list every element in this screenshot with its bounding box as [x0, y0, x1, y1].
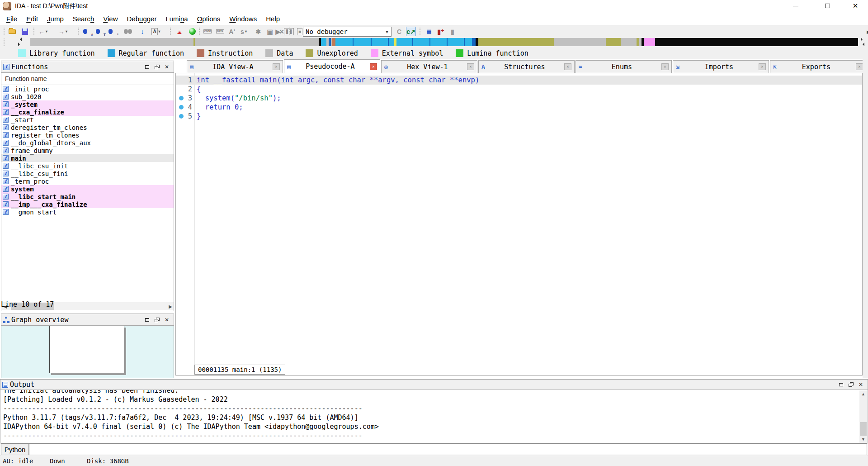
make-string-icon[interactable]: A': [227, 27, 237, 36]
tab-pseudocode-a[interactable]: ▤Pseudocode-A✕: [284, 59, 380, 73]
lumina-pull-icon[interactable]: [187, 27, 197, 36]
band-scroll-left-icon[interactable]: [861, 43, 864, 46]
toolbar-grip[interactable]: [33, 28, 35, 35]
function-row-__gmon_start__[interactable]: f__gmon_start__: [1, 208, 174, 216]
toolbar-overflow-icon[interactable]: ▸: [863, 27, 868, 36]
menu-lumina[interactable]: Lumina: [161, 14, 192, 24]
band-scroll-right-icon[interactable]: [861, 38, 864, 41]
function-row-_system[interactable]: f_system: [1, 100, 174, 108]
make-data-icon[interactable]: DATA: [215, 27, 225, 36]
tab-hex-view-1[interactable]: ◎Hex View-1✕: [381, 60, 477, 73]
debug-pause-icon[interactable]: ❚❚: [284, 27, 294, 36]
function-row-__libc_csu_init[interactable]: f__libc_csu_init: [1, 162, 174, 170]
panel-close-button[interactable]: ✕: [162, 62, 172, 71]
scroll-up-icon[interactable]: ▲: [859, 392, 867, 396]
band-scroll-left-icon[interactable]: [18, 38, 22, 41]
function-row-main[interactable]: fmain: [1, 154, 174, 162]
function-row-__cxa_finalize[interactable]: f__cxa_finalize: [1, 108, 174, 116]
menu-file[interactable]: File: [2, 14, 22, 24]
scroll-down-icon[interactable]: ▼: [859, 437, 867, 442]
script-file-icon[interactable]: ≣: [424, 27, 434, 36]
menu-debugger[interactable]: Debugger: [123, 14, 161, 24]
panel-close-button[interactable]: ✕: [162, 315, 172, 324]
navigate-back-icon[interactable]: ←▾: [38, 27, 48, 36]
debug-start-icon[interactable]: ▶: [273, 27, 283, 36]
panel-restore-button[interactable]: [142, 315, 152, 324]
tab-close-icon[interactable]: ✕: [856, 63, 863, 70]
menu-help[interactable]: Help: [261, 14, 284, 24]
tab-close-icon[interactable]: ✕: [273, 63, 280, 70]
pseudocode-view[interactable]: 1int __fastcall main(int argc, const cha…: [175, 73, 863, 376]
tab-close-icon[interactable]: ✕: [759, 63, 766, 70]
function-row-system[interactable]: fsystem: [1, 185, 174, 193]
tab-exports[interactable]: ⇱Exports✕: [770, 60, 866, 73]
function-row-_init_proc[interactable]: f_init_proc: [1, 85, 174, 93]
breakpoint-icon[interactable]: ▮: [448, 27, 458, 36]
function-row-_start[interactable]: f_start: [1, 116, 174, 124]
toolbar-grip[interactable]: [4, 28, 5, 35]
function-row-__do_global_dtors_aux[interactable]: f__do_global_dtors_aux: [1, 139, 174, 147]
panel-restore-button[interactable]: [142, 62, 152, 71]
panel-float-button[interactable]: [152, 62, 162, 71]
function-row-__libc_start_main[interactable]: f__libc_start_main: [1, 193, 174, 200]
output-log[interactable]: The initial autoanalysis has been finish…: [0, 390, 868, 443]
make-code-icon[interactable]: CODE: [203, 27, 212, 36]
jump-function-icon[interactable]: ꜟ: [108, 27, 118, 36]
debugger-select[interactable]: No debugger ▾: [303, 27, 392, 37]
jump-name-icon[interactable]: T: [95, 27, 105, 36]
menu-edit[interactable]: Edit: [22, 14, 42, 24]
quick-debug-icon[interactable]: c↗: [406, 27, 416, 36]
close-button[interactable]: ✕: [847, 0, 863, 12]
panel-close-button[interactable]: ✕: [856, 380, 866, 389]
function-row-deregister_tm_clones[interactable]: fderegister_tm_clones: [1, 124, 174, 131]
make-array-icon[interactable]: ✱: [253, 27, 263, 36]
jump-address-icon[interactable]: #: [82, 27, 92, 36]
menu-options[interactable]: Options: [193, 14, 225, 24]
navigation-band[interactable]: [30, 38, 858, 46]
band-scroll-right-icon[interactable]: [18, 43, 22, 46]
function-row-_term_proc[interactable]: f_term_proc: [1, 177, 174, 185]
toolbar-grip[interactable]: [199, 28, 201, 35]
tab-structures[interactable]: AStructures✕: [478, 60, 575, 73]
function-row-register_tm_clones[interactable]: fregister_tm_clones: [1, 131, 174, 139]
minimize-button[interactable]: [788, 0, 804, 12]
menu-windows[interactable]: Windows: [225, 14, 261, 24]
tab-close-icon[interactable]: ✕: [661, 63, 669, 70]
tab-close-icon[interactable]: ✕: [564, 63, 571, 70]
function-row-sub_1020[interactable]: fsub_1020: [1, 93, 174, 100]
open-file-icon[interactable]: [7, 27, 17, 36]
toolbar-grip[interactable]: [420, 28, 421, 35]
output-vertical-scrollbar[interactable]: ▲ ▼: [859, 390, 867, 443]
toolbar-grip[interactable]: [78, 28, 80, 35]
make-struct-icon[interactable]: s▾: [239, 27, 249, 36]
maximize-button[interactable]: [819, 0, 835, 12]
text-search-icon[interactable]: A▾: [151, 27, 161, 36]
tab-close-icon[interactable]: ✕: [370, 63, 377, 70]
panel-float-button[interactable]: [152, 315, 162, 324]
breakpoint-add-icon[interactable]: ▮⁺: [436, 27, 446, 36]
debug-attach-icon[interactable]: C: [394, 27, 404, 36]
menu-search[interactable]: Search: [68, 14, 99, 24]
graph-viewport-rect[interactable]: [49, 326, 124, 373]
functions-column-header[interactable]: Function name: [1, 73, 174, 85]
debug-stop-icon[interactable]: ■: [295, 27, 305, 36]
scroll-right-icon[interactable]: ▶: [169, 304, 172, 309]
graph-overview-canvas[interactable]: [1, 326, 174, 378]
function-row-frame_dummy[interactable]: fframe_dummy: [1, 147, 174, 154]
python-command-input[interactable]: [29, 443, 867, 455]
search-next-icon[interactable]: ↓: [137, 27, 147, 36]
toolbar-grip[interactable]: [170, 28, 172, 35]
tab-ida-view-a[interactable]: ▤IDA View-A✕: [187, 60, 283, 73]
save-file-icon[interactable]: [20, 27, 30, 36]
scrollbar-thumb[interactable]: [860, 422, 867, 436]
function-row-__imp___cxa_finalize[interactable]: f__imp___cxa_finalize: [1, 200, 174, 208]
band-grip[interactable]: [4, 38, 5, 46]
menu-jump[interactable]: Jump: [42, 14, 68, 24]
panel-float-button[interactable]: [846, 380, 856, 389]
panel-restore-button[interactable]: [836, 380, 846, 389]
tab-close-icon[interactable]: ✕: [467, 63, 474, 70]
menu-view[interactable]: View: [99, 14, 122, 24]
tab-imports[interactable]: ⇲Imports✕: [673, 60, 769, 73]
python-prompt-button[interactable]: Python: [1, 443, 29, 455]
problems-icon[interactable]: ▲A: [175, 27, 184, 36]
